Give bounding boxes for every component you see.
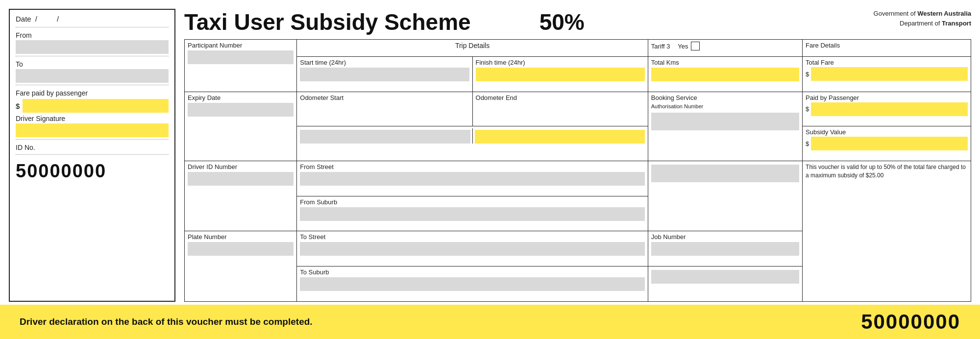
paid-by-passenger-label: Paid by Passenger: [806, 94, 968, 101]
to-suburb-input[interactable]: [300, 277, 645, 291]
percent-label: 50%: [539, 9, 585, 35]
bottom-barcode: 50000000: [861, 310, 960, 334]
start-time-input[interactable]: [300, 68, 469, 81]
driver-id-row: Driver ID Number From Street This vouche…: [185, 161, 971, 196]
to-input[interactable]: [16, 69, 169, 83]
expiry-date-label: Expiry Date: [188, 94, 294, 101]
from-suburb-label: From Suburb: [300, 198, 645, 206]
left-panel: Date / / From To Fare paid by passenger …: [9, 9, 175, 302]
bottom-bar: Driver declaration on the back of this v…: [0, 305, 980, 339]
booking-service-main: Booking Service: [651, 94, 697, 101]
govt-bold2: Transport: [942, 20, 971, 27]
declaration-text: Driver declaration on the back of this v…: [20, 316, 313, 327]
dotted-line-5: [16, 154, 169, 155]
odometer-start-cell: Odometer Start: [297, 92, 472, 126]
to-street-cell: To Street: [297, 231, 648, 266]
plate-number-input[interactable]: [188, 242, 294, 256]
dotted-line-1: [16, 27, 169, 27]
tariff3-checkbox[interactable]: [691, 42, 700, 50]
expiry-row: Expiry Date Odometer Start Odometer End …: [185, 92, 971, 126]
booking-service-label: Booking Service Authorisation Number: [651, 94, 799, 111]
odometer-end-cell: Odometer End: [472, 92, 648, 126]
plate-number-label: Plate Number: [188, 233, 294, 241]
fare-details-label: Fare Details: [806, 42, 840, 49]
from-suburb-cell: From Suburb: [297, 196, 648, 231]
left-barcode: 50000000: [16, 161, 169, 182]
govt-info: Government of Western Australia Departme…: [874, 9, 971, 28]
participant-cell: Participant Number: [185, 40, 297, 92]
participant-input[interactable]: [188, 50, 294, 64]
to-street-label: To Street: [300, 233, 645, 241]
driver-sig-input[interactable]: [16, 123, 169, 137]
dotted-line-2: [16, 56, 169, 56]
from-suburb-input[interactable]: [300, 207, 645, 221]
from-input[interactable]: [16, 40, 169, 54]
subsidy-dollar: $: [806, 140, 809, 147]
driver-id-input[interactable]: [188, 172, 294, 186]
driver-row: Subsidy Value $: [185, 126, 971, 161]
main-container: Date / / From To Fare paid by passenger …: [0, 0, 980, 339]
govt-line2: Department of: [900, 20, 942, 27]
booking-input-cell2: [648, 161, 802, 231]
from-street-cell: From Street: [297, 161, 648, 196]
finish-time-input[interactable]: [476, 68, 645, 81]
tariff-row: Tariff 3 Yes: [651, 42, 799, 50]
job-number-input-cell2: [648, 266, 802, 302]
id-label: ID No.: [16, 144, 169, 151]
job-number-label: Job Number: [651, 233, 799, 241]
total-kms-cell: Total Kms: [648, 57, 802, 92]
start-time-cell: Start time (24hr): [297, 57, 472, 92]
booking-auth-label: Authorisation Number: [651, 103, 703, 109]
paid-by-passenger-dollar-row: $: [806, 102, 968, 116]
participant-label: Participant Number: [188, 42, 294, 49]
voucher-text: This voucher is valid for up to 50% of t…: [806, 163, 968, 180]
driver-sig-label: Driver Signature: [16, 115, 169, 122]
finish-time-cell: Finish time (24hr): [472, 57, 648, 92]
to-suburb-cell: To Suburb: [297, 266, 648, 302]
paid-by-passenger-input[interactable]: [811, 102, 968, 116]
fare-details-header: Fare Details: [803, 40, 971, 57]
fare-row: $: [16, 99, 169, 113]
from-street-outer-cell: [297, 126, 648, 161]
time-row: Start time (24hr) Finish time (24hr) Tot…: [185, 57, 971, 92]
dotted-line-3: [16, 85, 169, 85]
total-fare-dollar-row: $: [806, 67, 968, 81]
odometer-end-label: Odometer End: [476, 94, 645, 101]
job-number-input[interactable]: [651, 242, 799, 256]
paid-by-passenger-cell: Paid by Passenger $: [803, 92, 971, 126]
tariff3-label: Tariff 3: [651, 43, 670, 50]
date-slashes: / /: [35, 15, 68, 23]
dotted-line-4: [16, 139, 169, 140]
expiry-date-cell: Expiry Date: [185, 92, 297, 161]
form-table: Participant Number Trip Details Tariff 3…: [184, 39, 971, 302]
subsidy-dollar-row: $: [806, 137, 968, 150]
to-label: To: [16, 60, 169, 68]
subsidy-value-cell: Subsidy Value $: [803, 126, 971, 161]
booking-service-cell: Booking Service Authorisation Number: [648, 92, 802, 161]
total-kms-input[interactable]: [651, 68, 799, 81]
fare-label: Fare paid by passenger: [16, 89, 169, 97]
date-row: Date / /: [16, 15, 169, 23]
driver-id-label: Driver ID Number: [188, 163, 294, 170]
subsidy-value-input[interactable]: [811, 137, 968, 150]
to-street-input[interactable]: [300, 242, 645, 256]
total-fare-input[interactable]: [811, 67, 968, 81]
total-fare-dollar: $: [806, 71, 809, 78]
odometer-end-input[interactable]: [475, 130, 645, 144]
header-row-1: Participant Number Trip Details Tariff 3…: [185, 40, 971, 57]
trip-details-label: Trip Details: [455, 42, 490, 49]
booking-input2[interactable]: [651, 165, 799, 182]
from-label: From: [16, 31, 169, 39]
booking-service-input[interactable]: [651, 113, 799, 130]
odometer-start-input-wrap: [300, 128, 472, 144]
total-fare-cell: Total Fare $: [803, 57, 971, 92]
fare-input[interactable]: [23, 99, 169, 113]
job-number-input2[interactable]: [651, 270, 799, 284]
top-section: Date / / From To Fare paid by passenger …: [0, 0, 980, 302]
subsidy-value-label: Subsidy Value: [806, 128, 968, 136]
from-street-label: From Street: [300, 163, 645, 170]
odometer-start-input[interactable]: [300, 130, 470, 144]
job-number-cell: Job Number: [648, 231, 802, 266]
expiry-date-input[interactable]: [188, 103, 294, 117]
from-street-input[interactable]: [300, 172, 645, 186]
